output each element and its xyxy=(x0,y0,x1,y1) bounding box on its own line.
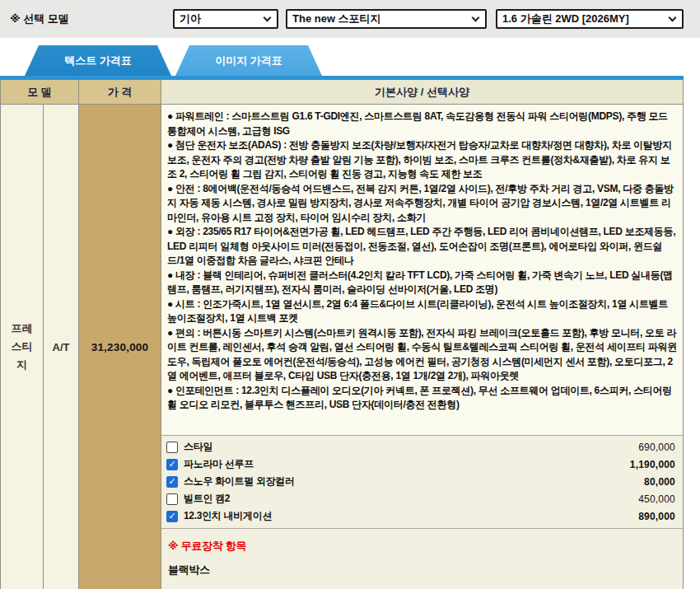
option-price: 1,190,000 xyxy=(630,459,675,470)
option-label: 스타일 xyxy=(184,440,638,454)
header-spec: 기본사양 / 선택사양 xyxy=(161,80,683,104)
header-model: 모 델 xyxy=(1,80,79,104)
free-items-title: ※ 무료장착 항목 xyxy=(168,539,675,554)
brand-select-value: 기아 xyxy=(180,12,259,26)
transmission-cell: A/T xyxy=(44,105,79,589)
checkbox-icon[interactable] xyxy=(166,476,178,488)
chevron-down-icon xyxy=(472,14,480,22)
spec-item-convenience: ● 편의 : 버튼시동 스마트키 시스템(스마트키 원격시동 포함), 전자식 … xyxy=(167,326,677,384)
spec-item-adas: ● 첨단 운전자 보조(ADAS) : 전방 충돌방지 보조(차량/보행자/자전… xyxy=(167,138,677,182)
option-price: 80,000 xyxy=(644,476,675,488)
trim-line: 프레 xyxy=(12,320,33,338)
option-row-builtin-cam[interactable]: 빌트인 캠2 450,000 xyxy=(161,490,683,507)
option-list: 스타일 690,000 파노라마 선루프 1,190,000 스노우 화이트펄 … xyxy=(161,435,683,528)
trim-line: 스티 xyxy=(12,338,33,356)
selection-label: ※ 선택 모델 xyxy=(10,12,173,26)
tab-label: 이미지 가격표 xyxy=(215,54,282,68)
trim-select-value: 1.6 가솔린 2WD [2026MY] xyxy=(502,12,665,26)
option-label: 파노라마 선루프 xyxy=(184,457,630,471)
tab-image-pricetable[interactable]: 이미지 가격표 xyxy=(175,45,322,76)
brand-select[interactable]: 기아 xyxy=(173,9,278,29)
free-item: 블랙박스 xyxy=(168,563,675,577)
spec-item-infotainment: ● 인포테인먼트 : 12.3인치 디스플레이 오디오(기아 커넥트, 폰 프로… xyxy=(167,384,677,413)
price-cell: 31,230,000 xyxy=(79,105,161,589)
spec-item-seat: ● 시트 : 인조가죽시트, 1열 열선시트, 2열 6:4 폴드&다이브 시트… xyxy=(167,297,677,326)
pricetable-tabs: 텍스트 가격표 이미지 가격표 xyxy=(0,38,700,76)
option-price: 450,000 xyxy=(638,493,675,505)
free-items-section: ※ 무료장착 항목 블랙박스 xyxy=(161,528,683,589)
option-price: 890,000 xyxy=(638,511,675,522)
tab-label: 텍스트 가격표 xyxy=(64,54,132,68)
spec-price-table: 모 델 가 격 기본사양 / 선택사양 프레 스티 지 A/T 31,230,0… xyxy=(0,80,684,589)
checkbox-icon[interactable] xyxy=(166,511,178,522)
spec-item-exterior: ● 외장 : 235/65 R17 타이어&전면가공 휠, LED 헤드램프, … xyxy=(167,225,677,269)
model-select-value: The new 스포티지 xyxy=(292,12,468,26)
transmission-value: A/T xyxy=(53,341,70,353)
spec-list: ● 파워트레인 : 스마트스트림 G1.6 T-GDI엔진, 스마트스트림 8A… xyxy=(161,105,683,435)
table-row: 프레 스티 지 A/T 31,230,000 ● 파워트레인 : 스마트스트림 … xyxy=(1,105,683,589)
spec-item-safety: ● 안전 : 8에어백(운전석/동승석 어드밴스드, 전복 감지 커튼, 1열/… xyxy=(167,182,677,226)
table-header: 모 델 가 격 기본사양 / 선택사양 xyxy=(1,80,683,105)
chevron-down-icon xyxy=(264,14,272,22)
trim-name: 프레 스티 지 xyxy=(12,320,33,374)
option-row-style[interactable]: 스타일 690,000 xyxy=(161,438,683,456)
tab-text-pricetable[interactable]: 텍스트 가격표 xyxy=(25,45,171,76)
option-label: 스노우 화이트펄 외장컬러 xyxy=(184,474,644,488)
option-price: 690,000 xyxy=(638,442,675,453)
checkbox-icon[interactable] xyxy=(166,493,178,505)
option-label: 12.3인치 내비게이션 xyxy=(184,509,638,523)
option-row-navigation[interactable]: 12.3인치 내비게이션 890,000 xyxy=(161,507,683,525)
spec-cell: ● 파워트레인 : 스마트스트림 G1.6 T-GDI엔진, 스마트스트림 8A… xyxy=(161,105,683,589)
spec-item-interior: ● 내장 : 블랙 인테리어, 슈퍼비전 클러스터(4.2인치 칼라 TFT L… xyxy=(167,269,677,297)
trim-line: 지 xyxy=(12,356,33,374)
option-row-exterior-color[interactable]: 스노우 화이트펄 외장컬러 80,000 xyxy=(161,473,683,490)
price-table-page: ※ 선택 모델 기아 The new 스포티지 1.6 가솔린 2WD [202… xyxy=(0,0,700,589)
spec-item-powertrain: ● 파워트레인 : 스마트스트림 G1.6 T-GDI엔진, 스마트스트림 8A… xyxy=(167,110,677,138)
model-selection-bar: ※ 선택 모델 기아 The new 스포티지 1.6 가솔린 2WD [202… xyxy=(0,0,700,38)
trim-name-cell: 프레 스티 지 xyxy=(1,105,44,589)
option-label: 빌트인 캠2 xyxy=(184,492,638,506)
checkbox-icon[interactable] xyxy=(166,459,178,470)
header-price: 가 격 xyxy=(79,80,161,104)
price-value: 31,230,000 xyxy=(91,341,149,353)
chevron-down-icon xyxy=(669,14,677,22)
checkbox-icon[interactable] xyxy=(166,442,178,453)
model-select[interactable]: The new 스포티지 xyxy=(286,9,487,29)
trim-select[interactable]: 1.6 가솔린 2WD [2026MY] xyxy=(496,9,684,29)
option-row-panorama-sunroof[interactable]: 파노라마 선루프 1,190,000 xyxy=(161,456,683,473)
